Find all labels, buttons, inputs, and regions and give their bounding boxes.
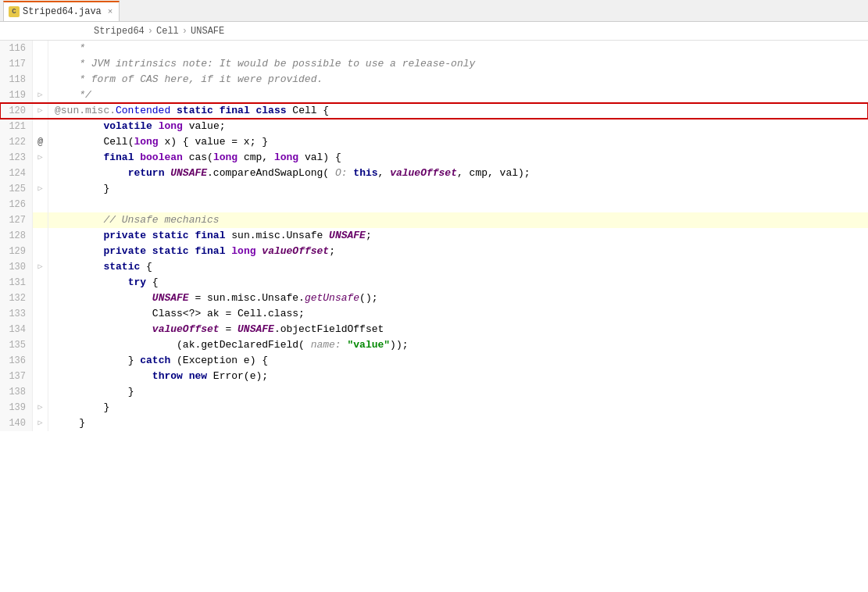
table-row: 131 try { [0,275,868,291]
breadcrumb-sep2: › [182,26,188,37]
line-number: 123 [0,150,33,166]
line-number: 118 [0,72,33,87]
line-number: 121 [0,119,33,134]
code-content: final boolean cas(long cmp, long val) { [48,150,868,166]
gutter-icon [33,369,48,384]
line-number: 137 [0,369,33,384]
code-content: Class<?> ak = Cell.class; [48,306,868,322]
gutter-icon: ▷ [33,103,48,119]
breadcrumb-part2[interactable]: Cell [156,26,179,37]
code-content: } [48,400,868,415]
code-content: private static final long valueOffset; [48,244,868,259]
gutter-icon: ▷ [33,415,48,431]
code-content: static { [48,259,868,275]
gutter-icon [33,166,48,181]
code-content: } catch (Exception e) { [48,353,868,369]
code-content: return UNSAFE.compareAndSwapLong( O: thi… [48,166,868,181]
table-row: 117 * JVM intrinsics note: It would be p… [0,56,868,72]
line-number: 130 [0,259,33,275]
line-number: 126 [0,197,33,212]
code-content: */ [48,87,868,103]
table-row: 135 (ak.getDeclaredField( name: "value")… [0,337,868,353]
gutter-icon: ▷ [33,400,48,415]
line-number: 120 [0,103,33,119]
gutter-icon: ▷ [33,259,48,275]
table-row: 124 return UNSAFE.compareAndSwapLong( O:… [0,166,868,181]
line-number: 127 [0,212,33,228]
gutter-icon [33,337,48,353]
breadcrumb-part3[interactable]: UNSAFE [191,26,224,37]
gutter-icon [33,322,48,337]
line-number: 124 [0,166,33,181]
line-number: 128 [0,228,33,244]
line-number: 117 [0,56,33,72]
code-content: * JVM intrinsics note: It would be possi… [48,56,868,72]
table-row: 133 Class<?> ak = Cell.class; [0,306,868,322]
code-content: throw new Error(e); [48,369,868,384]
table-row: 123 ▷ final boolean cas(long cmp, long v… [0,150,868,166]
table-row: 128 private static final sun.misc.Unsafe… [0,228,868,244]
table-row: 125 ▷ } [0,181,868,197]
table-row: 126 [0,197,868,212]
breadcrumb-sep1: › [148,26,153,37]
table-row: 138 } [0,384,868,400]
gutter-icon [33,228,48,244]
gutter-icon [33,384,48,400]
line-number: 138 [0,384,33,400]
table-row: 129 private static final long valueOffse… [0,244,868,259]
code-content: Cell(long x) { value = x; } [48,134,868,150]
gutter-icon [33,41,48,56]
gutter-icon [33,197,48,212]
table-row: 119 ▷ */ [0,87,868,103]
gutter-icon [33,212,48,228]
code-content: // Unsafe mechanics [48,212,868,228]
code-content [48,197,868,212]
code-content: * [48,41,868,56]
gutter-icon [33,244,48,259]
table-row: 120 ▷ @sun.misc.Contended static final c… [0,103,868,119]
code-content: * form of CAS here, if it were provided. [48,72,868,87]
table-row: 127 // Unsafe mechanics [0,212,868,228]
code-content: (ak.getDeclaredField( name: "value")); [48,337,868,353]
table-row: 140 ▷ } [0,415,868,431]
table-row: 116 * [0,41,868,56]
table-row: 137 throw new Error(e); [0,369,868,384]
code-editor: 116 * 117 * JVM intrinsics note: It woul… [0,41,868,592]
code-content: UNSAFE = sun.misc.Unsafe.getUnsafe(); [48,291,868,306]
tab-close-button[interactable]: × [108,7,113,16]
gutter-icon: ▷ [33,150,48,166]
line-number: 122 [0,134,33,150]
table-row: 134 valueOffset = UNSAFE.objectFieldOffs… [0,322,868,337]
gutter-icon: ▷ [33,181,48,197]
gutter-icon [33,119,48,134]
gutter-icon: @ [33,134,48,150]
gutter-icon [33,353,48,369]
code-content: } [48,384,868,400]
code-content: volatile long value; [48,119,868,134]
table-row: 130 ▷ static { [0,259,868,275]
code-content: @sun.misc.Contended static final class C… [48,103,868,119]
line-number: 132 [0,291,33,306]
line-number: 136 [0,353,33,369]
tab-bar: C Striped64.java × [0,0,868,22]
gutter-icon [33,306,48,322]
gutter-icon: ▷ [33,87,48,103]
code-content: try { [48,275,868,291]
tab-filename: Striped64.java [23,6,102,17]
line-number: 119 [0,87,33,103]
code-content: } [48,181,868,197]
table-row: 132 UNSAFE = sun.misc.Unsafe.getUnsafe()… [0,291,868,306]
line-number: 129 [0,244,33,259]
table-row: 118 * form of CAS here, if it were provi… [0,72,868,87]
gutter-icon [33,291,48,306]
gutter-icon [33,72,48,87]
line-number: 135 [0,337,33,353]
code-content: } [48,415,868,431]
code-content: private static final sun.misc.Unsafe UNS… [48,228,868,244]
table-row: 136 } catch (Exception e) { [0,353,868,369]
gutter-icon [33,275,48,291]
table-row: 122 @ Cell(long x) { value = x; } [0,134,868,150]
file-tab[interactable]: C Striped64.java × [3,1,120,21]
breadcrumb-part1[interactable]: Striped64 [94,26,145,37]
line-number: 125 [0,181,33,197]
